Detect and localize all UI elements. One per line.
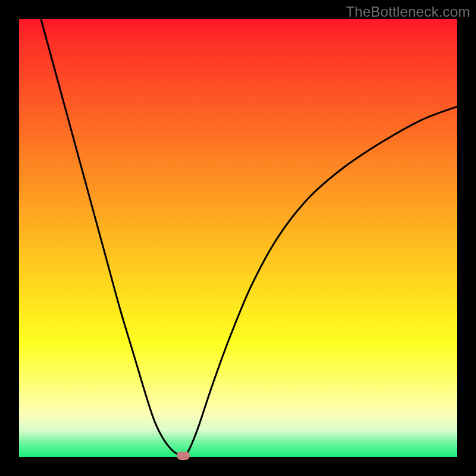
optimal-point-marker bbox=[177, 452, 190, 460]
watermark-text: TheBottleneck.com bbox=[346, 4, 470, 20]
outer-frame: TheBottleneck.com bbox=[0, 0, 476, 476]
plot-area bbox=[19, 19, 457, 457]
bottleneck-curve bbox=[19, 19, 457, 457]
